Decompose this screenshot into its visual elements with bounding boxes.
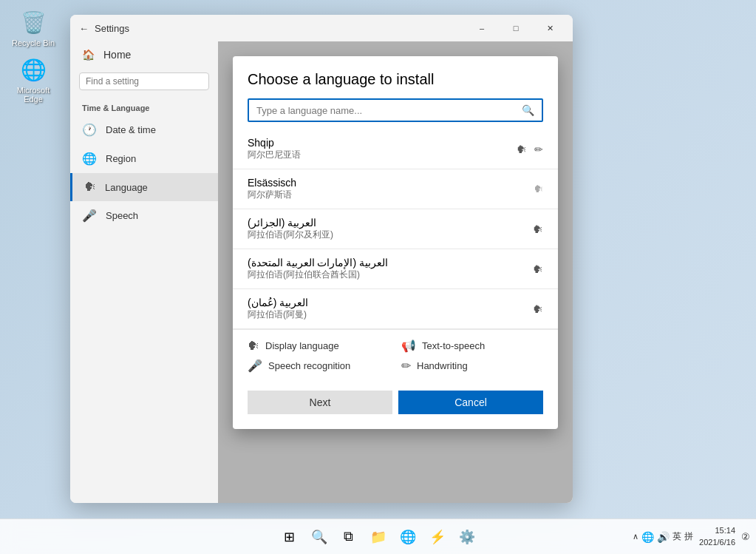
edge-label: Microsoft Edge	[7, 86, 59, 104]
list-item[interactable]: العربية (عُمان) 阿拉伯语(阿曼) 🗣	[233, 289, 558, 329]
display-icon-5: 🗣	[533, 303, 543, 315]
legend-display-label: Display language	[265, 340, 339, 351]
next-button[interactable]: Next	[248, 391, 392, 414]
dialog-search-box[interactable]: 🔍	[248, 98, 543, 122]
home-label: Home	[103, 49, 131, 61]
lang-entry-native: 阿尔巴尼亚语	[248, 149, 301, 161]
ime-tray[interactable]: 拼	[684, 530, 693, 543]
sidebar-search-box[interactable]	[79, 72, 209, 90]
settings-body: 🏠 Home Time & Language 🕐 Date & time 🌐 R…	[70, 41, 573, 503]
clock-date: 2021/6/16	[699, 537, 735, 548]
dialog-buttons: Next Cancel	[233, 382, 558, 429]
recycle-bin-icon[interactable]: 🗑️ Recycle Bin	[7, 7, 59, 47]
lang-entry-native: 阿尔萨斯语	[248, 189, 296, 201]
language-list: Shqip 阿尔巴尼亚语 🗣 ✏	[233, 129, 558, 329]
store-button[interactable]: ⚡	[424, 524, 451, 550]
cancel-button[interactable]: Cancel	[398, 391, 543, 414]
legend-tts: 📢 Text-to-speech	[401, 339, 543, 353]
handwriting-icon: ✏	[534, 143, 543, 155]
legend-speech-label: Speech recognition	[268, 360, 350, 371]
notification-button[interactable]: ②	[741, 531, 750, 542]
lang-entry-name: العربية (عُمان)	[248, 297, 308, 308]
tray-expand-button[interactable]: ∧	[633, 532, 638, 541]
legend-tts-label: Text-to-speech	[422, 340, 485, 351]
dialog-search-input[interactable]	[256, 105, 522, 116]
edge-image: 🌐	[18, 55, 48, 84]
lang-entry-native: 阿拉伯语(阿拉伯联合酋长国)	[248, 268, 388, 281]
sidebar-section-title: Time & Language	[70, 95, 218, 115]
desktop: 🗑️ Recycle Bin 🌐 Microsoft Edge ← Settin…	[0, 0, 756, 554]
dialog-header: Choose a language to install	[233, 56, 558, 88]
lang-entry-name: العربية (الجزائر)	[248, 217, 333, 229]
settings-taskbar-button[interactable]: ⚙️	[454, 524, 480, 550]
sidebar-search-input[interactable]	[86, 76, 202, 87]
home-icon: 🏠	[82, 49, 95, 61]
legend-handwriting-label: Handwriting	[417, 360, 468, 371]
sidebar-home[interactable]: 🏠 Home	[70, 41, 218, 68]
lang-entry-text: Elsässisch 阿尔萨斯语	[248, 177, 296, 201]
legend-speech-recognition: 🎤 Speech recognition	[248, 359, 389, 373]
keyboard-tray[interactable]: 英	[672, 530, 681, 543]
lang-entry-native: 阿拉伯语(阿尔及利亚)	[248, 229, 333, 241]
lang-entry-name: Shqip	[248, 137, 301, 149]
network-tray-icon[interactable]: 🌐	[641, 531, 654, 543]
lang-entry-name: العربية (الإمارات العربية المتحدة)	[248, 257, 388, 268]
lang-entry-icons: 🗣 ✏	[517, 143, 543, 155]
display-icon-3: 🗣	[533, 223, 543, 235]
desktop-icon-area: 🗑️ Recycle Bin 🌐 Microsoft Edge	[7, 7, 59, 104]
edge-icon[interactable]: 🌐 Microsoft Edge	[7, 55, 59, 104]
task-view-button[interactable]: ⧉	[336, 524, 362, 550]
lang-entry-icons: 🗣	[533, 223, 543, 235]
sidebar-item-language[interactable]: 🗣 Language	[70, 173, 218, 201]
display-lang-icon-2: 🗣	[534, 183, 543, 195]
start-button[interactable]: ⊞	[276, 524, 303, 550]
display-icon-4: 🗣	[533, 263, 543, 275]
legend-speech-icon: 🎤	[248, 359, 262, 373]
list-item[interactable]: العربية (الإمارات العربية المتحدة) 阿拉伯语(…	[233, 249, 558, 289]
close-button[interactable]: ✕	[533, 17, 567, 39]
sidebar-item-region[interactable]: 🌐 Region	[70, 144, 218, 173]
lang-entry-text: العربية (الجزائر) 阿拉伯语(阿尔及利亚)	[248, 217, 333, 241]
back-icon[interactable]: ←	[79, 23, 89, 34]
legend-display-icon: 🗣	[248, 340, 259, 353]
maximize-button[interactable]: □	[499, 17, 533, 39]
list-item[interactable]: Shqip 阿尔巴尼亚语 🗣 ✏	[233, 129, 558, 169]
lang-entry-text: العربية (عُمان) 阿拉伯语(阿曼)	[248, 297, 308, 321]
taskbar-center: ⊞ 🔍 ⧉ 📁 🌐 ⚡ ⚙️	[276, 524, 480, 550]
date-time-label: Date & time	[106, 124, 156, 135]
lang-entry-text: العربية (الإمارات العربية المتحدة) 阿拉伯语(…	[248, 257, 388, 281]
display-lang-icon: 🗣	[517, 143, 527, 155]
list-item[interactable]: العربية (الجزائر) 阿拉伯语(阿尔及利亚) 🗣	[233, 209, 558, 249]
region-icon: 🌐	[82, 152, 97, 166]
speaker-tray-icon[interactable]: 🔊	[657, 531, 670, 543]
edge-taskbar-button[interactable]: 🌐	[395, 524, 421, 550]
sidebar-item-speech[interactable]: 🎤 Speech	[70, 201, 218, 230]
lang-entry-icons: 🗣	[533, 263, 543, 275]
speech-label: Speech	[106, 210, 138, 221]
legend-section: 🗣 Display language 📢 Text-to-speech 🎤 Sp…	[233, 329, 558, 382]
search-button[interactable]: 🔍	[306, 524, 333, 550]
sidebar: 🏠 Home Time & Language 🕐 Date & time 🌐 R…	[70, 41, 218, 503]
lang-entry-native: 阿拉伯语(阿曼)	[248, 308, 308, 321]
system-clock[interactable]: 15:14 2021/6/16	[699, 525, 735, 548]
settings-window: ← Settings – □ ✕ 🏠 Home Time & Language	[70, 15, 573, 503]
clock-time: 15:14	[699, 525, 735, 536]
lang-entry-icons: 🗣	[533, 303, 543, 315]
legend-display-language: 🗣 Display language	[248, 339, 389, 353]
lang-entry-name: Elsässisch	[248, 177, 296, 189]
language-label: Language	[105, 182, 148, 193]
sidebar-item-date-time[interactable]: 🕐 Date & time	[70, 115, 218, 144]
taskbar-right: ∧ 🌐 🔊 英 拼 15:14 2021/6/16 ②	[633, 525, 756, 548]
file-explorer-button[interactable]: 📁	[365, 524, 392, 550]
settings-title: Settings	[95, 23, 129, 34]
system-tray: ∧ 🌐 🔊 英 拼	[633, 530, 693, 543]
date-time-icon: 🕐	[82, 123, 97, 137]
speech-icon: 🎤	[82, 209, 97, 223]
settings-titlebar: ← Settings – □ ✕	[70, 15, 573, 41]
legend-tts-icon: 📢	[401, 339, 416, 353]
list-item[interactable]: Elsässisch 阿尔萨斯语 🗣	[233, 169, 558, 209]
taskbar: ⊞ 🔍 ⧉ 📁 🌐 ⚡ ⚙️ ∧ 🌐 🔊 英 拼 15:14 2021/6/16…	[0, 518, 756, 554]
language-icon: 🗣	[84, 180, 96, 194]
settings-title-left: ← Settings	[79, 23, 129, 34]
minimize-button[interactable]: –	[465, 17, 499, 39]
